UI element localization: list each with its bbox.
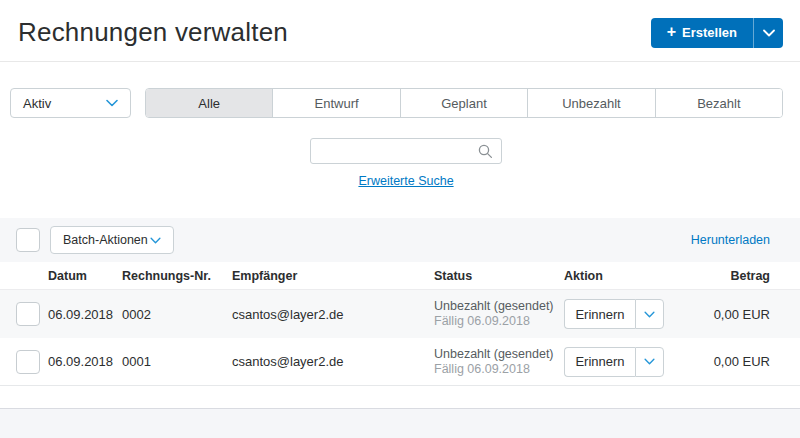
batch-actions-label: Batch-Aktionen xyxy=(63,233,148,247)
remind-dropdown-toggle[interactable] xyxy=(635,347,664,377)
cell-invoice-no: 0002 xyxy=(122,307,232,322)
select-all-checkbox[interactable] xyxy=(16,228,40,252)
cell-status: Unbezahlt (gesendet) Fällig 06.09.2018 xyxy=(434,299,564,329)
table-row: 06.09.2018 0001 csantos@layer2.de Unbeza… xyxy=(0,338,800,386)
tab-label: Bezahlt xyxy=(697,96,740,111)
create-button-label: Erstellen xyxy=(682,25,737,40)
chevron-down-icon xyxy=(644,358,655,365)
tab-geplant[interactable]: Geplant xyxy=(400,89,527,117)
cell-status: Unbezahlt (gesendet) Fällig 06.09.2018 xyxy=(434,347,564,377)
status-due-text: Fällig 06.09.2018 xyxy=(434,362,564,377)
chevron-down-icon xyxy=(644,311,655,318)
page-header: Rechnungen verwalten + Erstellen xyxy=(0,0,800,62)
tab-label: Geplant xyxy=(441,96,487,111)
create-dropdown-toggle[interactable] xyxy=(753,18,783,48)
remind-button[interactable]: Erinnern xyxy=(564,347,635,377)
tab-label: Alle xyxy=(198,96,220,111)
cell-action: Erinnern xyxy=(564,299,700,329)
create-button-group: + Erstellen xyxy=(651,18,783,48)
cell-invoice-no: 0001 xyxy=(122,354,232,369)
tab-entwurf[interactable]: Entwurf xyxy=(272,89,399,117)
status-text: Unbezahlt (gesendet) xyxy=(434,299,564,314)
status-filter-select[interactable]: Aktiv xyxy=(10,88,131,118)
col-header-action: Aktion xyxy=(564,269,700,283)
download-link[interactable]: Herunterladen xyxy=(691,233,770,247)
advanced-search-wrap: Erweiterte Suche xyxy=(310,171,502,189)
chevron-down-icon xyxy=(150,237,161,244)
tab-label: Unbezahlt xyxy=(562,96,621,111)
row-checkbox[interactable] xyxy=(16,302,40,326)
invoice-status-tabs: Alle Entwurf Geplant Unbezahlt Bezahlt xyxy=(145,88,783,118)
invoice-table: Batch-Aktionen Herunterladen Datum Rechn… xyxy=(0,218,800,386)
cell-action: Erinnern xyxy=(564,347,700,377)
table-header-row: Datum Rechnungs-Nr. Empfänger Status Akt… xyxy=(0,262,800,290)
batch-actions-select[interactable]: Batch-Aktionen xyxy=(50,226,174,254)
tab-bezahlt[interactable]: Bezahlt xyxy=(655,89,782,117)
filter-row: Aktiv Alle Entwurf Geplant Unbezahlt Bez… xyxy=(10,88,783,118)
cell-date: 06.09.2018 xyxy=(48,307,122,322)
cell-recipient: csantos@layer2.de xyxy=(232,307,434,322)
remind-button-group: Erinnern xyxy=(564,299,664,329)
col-header-amount: Betrag xyxy=(700,269,770,283)
col-header-status: Status xyxy=(434,269,564,283)
tab-label: Entwurf xyxy=(315,96,359,111)
chevron-down-icon xyxy=(763,29,775,37)
col-header-date: Datum xyxy=(48,269,122,283)
status-text: Unbezahlt (gesendet) xyxy=(434,347,564,362)
cell-amount: 0,00 EUR xyxy=(700,354,770,369)
tab-unbezahlt[interactable]: Unbezahlt xyxy=(527,89,654,117)
search-box xyxy=(310,138,502,164)
cell-recipient: csantos@layer2.de xyxy=(232,354,434,369)
row-checkbox[interactable] xyxy=(16,350,40,374)
cell-amount: 0,00 EUR xyxy=(700,307,770,322)
cell-date: 06.09.2018 xyxy=(48,354,122,369)
batch-actions-row: Batch-Aktionen Herunterladen xyxy=(0,218,800,262)
status-due-text: Fällig 06.09.2018 xyxy=(434,314,564,329)
footer-band xyxy=(0,408,800,438)
search-input[interactable] xyxy=(319,143,478,160)
page-title: Rechnungen verwalten xyxy=(18,17,288,48)
create-button[interactable]: + Erstellen xyxy=(651,18,753,48)
remind-dropdown-toggle[interactable] xyxy=(635,299,664,329)
plus-icon: + xyxy=(667,24,676,40)
col-header-recipient: Empfänger xyxy=(232,269,434,283)
tab-alle[interactable]: Alle xyxy=(146,89,272,117)
invoice-manager-page: Rechnungen verwalten + Erstellen Aktiv A… xyxy=(0,0,800,438)
table-row: 06.09.2018 0002 csantos@layer2.de Unbeza… xyxy=(0,290,800,338)
status-filter-value: Aktiv xyxy=(23,96,51,111)
chevron-down-icon xyxy=(106,99,118,107)
col-header-invoice-no: Rechnungs-Nr. xyxy=(122,269,232,283)
remind-button[interactable]: Erinnern xyxy=(564,299,635,329)
remind-button-group: Erinnern xyxy=(564,347,664,377)
search-icon[interactable] xyxy=(478,144,493,159)
advanced-search-link[interactable]: Erweiterte Suche xyxy=(358,174,453,188)
